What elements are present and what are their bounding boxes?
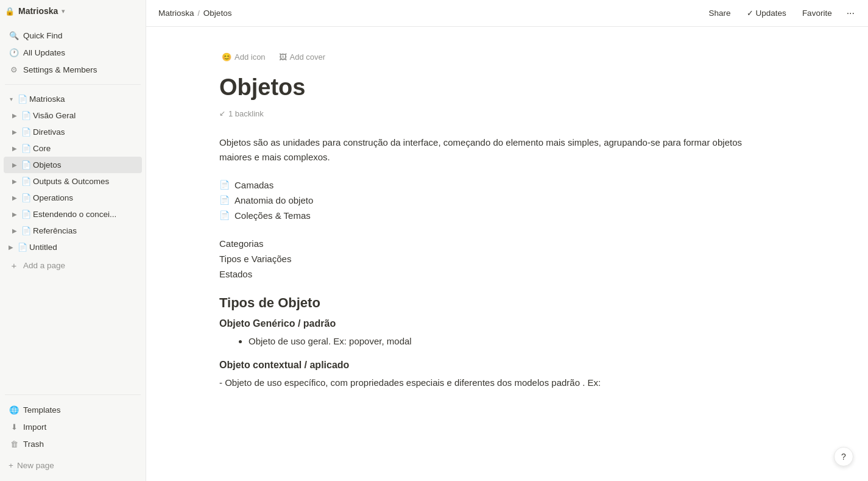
tree-item-outputs[interactable]: ▶ 📄 Outputs & Outcomes <box>4 173 142 190</box>
sidebar-import-label: Import <box>23 422 46 432</box>
plain-link-tipos[interactable]: Tipos e Variações <box>219 252 767 265</box>
subsection-generico: Objeto Genérico / padrão Objeto de uso g… <box>219 318 767 349</box>
tree-label-outputs: Outputs & Outcomes <box>33 177 109 186</box>
tree-item-untitled[interactable]: ▶ 📄 Untitled <box>4 239 142 255</box>
add-page-label: Add a page <box>23 261 65 270</box>
workspace-header[interactable]: 🔒 Matrioska ▾ <box>0 0 146 22</box>
templates-icon: 🌐 <box>9 404 19 415</box>
page-icon: 📄 <box>21 127 32 138</box>
sidebar: 🔒 Matrioska ▾ 🔍 Quick Find 🕐 All Updates… <box>0 0 146 481</box>
page-icon: 📄 <box>219 195 230 205</box>
main-area: Matrioska / Objetos Share ✓ Updates Favo… <box>146 0 868 481</box>
linked-pages-block: 📄 Camadas 📄 Anatomia do objeto 📄 Coleçõe… <box>219 178 767 223</box>
search-icon: 🔍 <box>9 30 19 41</box>
intro-paragraph: Objetos são as unidades para construção … <box>219 135 767 165</box>
sidebar-item-trash[interactable]: 🗑 Trash <box>4 435 142 452</box>
help-button[interactable]: ? <box>834 447 853 466</box>
chevron-right-icon: ▶ <box>10 210 19 219</box>
link-item-anatomia[interactable]: 📄 Anatomia do objeto <box>219 193 767 207</box>
tree-label-diretivas: Diretivas <box>33 127 65 137</box>
topbar-actions: Share ✓ Updates Favorite ··· <box>704 5 858 21</box>
page-icon: 📄 <box>21 110 32 121</box>
link-item-camadas[interactable]: 📄 Camadas <box>219 178 767 192</box>
page-icon: 📄 <box>219 180 230 190</box>
sidebar-divider-2 <box>5 394 141 395</box>
sidebar-quick-find-label: Quick Find <box>23 31 63 40</box>
sidebar-item-quick-find[interactable]: 🔍 Quick Find <box>4 27 142 44</box>
tree-item-referencias[interactable]: ▶ 📄 Referências <box>4 223 142 239</box>
sidebar-item-import[interactable]: ⬇ Import <box>4 418 142 435</box>
page-icon: 📄 <box>17 242 28 253</box>
chevron-right-icon: ▶ <box>10 111 19 121</box>
plus-icon: + <box>9 461 13 470</box>
link-label-anatomia: Anatomia do objeto <box>235 195 313 205</box>
page-body: Objetos são as unidades para construção … <box>219 135 767 390</box>
backlink-label: 1 backlink <box>228 109 264 118</box>
add-icon-button[interactable]: 😊 Add icon <box>219 51 268 63</box>
tree-item-estendendo[interactable]: ▶ 📄 Estendendo o concei... <box>4 206 142 223</box>
page-icon: 📄 <box>21 226 32 237</box>
chevron-right-icon: ▶ <box>10 160 19 170</box>
add-page-button[interactable]: + Add a page <box>4 257 142 274</box>
sidebar-footer: + New page <box>0 455 146 481</box>
chevron-down-icon: ▾ <box>6 94 16 104</box>
page-title: Objetos <box>219 74 795 102</box>
sub-heading-generico: Objeto Genérico / padrão <box>219 318 767 329</box>
dash-item-contextual: - Objeto de uso específico, com propried… <box>219 376 767 390</box>
tree-item-visao-geral[interactable]: ▶ 📄 Visão Geral <box>4 107 142 124</box>
tree-label-core: Core <box>33 144 51 153</box>
page-icon: 📄 <box>21 176 32 187</box>
tree-label-visao-geral: Visão Geral <box>33 111 76 120</box>
chevron-right-icon: ▶ <box>10 193 19 203</box>
breadcrumb-matrioska[interactable]: Matrioska <box>158 9 194 18</box>
share-button[interactable]: Share <box>704 6 736 20</box>
page-content: 😊 Add icon 🖼 Add cover Objetos ↙ 1 backl… <box>146 27 868 481</box>
subsection-contextual: Objeto contextual / aplicado - Objeto de… <box>219 360 767 390</box>
tree-item-matrioska-root[interactable]: ▾ 📄 Matrioska <box>4 91 142 107</box>
sidebar-top-nav: 🔍 Quick Find 🕐 All Updates ⚙ Settings & … <box>0 22 146 80</box>
tree-label-estendendo: Estendendo o concei... <box>33 210 116 219</box>
chevron-right-icon: ▶ <box>10 144 19 154</box>
meta-actions: 😊 Add icon 🖼 Add cover <box>219 51 795 63</box>
add-cover-button[interactable]: 🖼 Add cover <box>277 51 328 63</box>
tree-item-objetos[interactable]: ▶ 📄 Objetos <box>4 157 142 173</box>
sidebar-all-updates-label: All Updates <box>23 48 65 57</box>
bullet-item-generico: Objeto de uso geral. Ex: popover, modal <box>249 334 767 349</box>
plain-link-categorias[interactable]: Categorias <box>219 237 767 250</box>
page-icon: 📄 <box>21 209 32 220</box>
tree-item-diretivas[interactable]: ▶ 📄 Diretivas <box>4 124 142 140</box>
section-heading-tipos: Tipos de Objeto <box>219 295 767 311</box>
clock-icon: 🕐 <box>9 47 19 58</box>
sidebar-item-settings[interactable]: ⚙ Settings & Members <box>4 61 142 78</box>
page-icon: 📄 <box>21 193 32 204</box>
sidebar-bottom-nav: 🌐 Templates ⬇ Import 🗑 Trash <box>0 399 146 455</box>
tree-item-operations[interactable]: ▶ 📄 Operations <box>4 190 142 206</box>
sidebar-item-all-updates[interactable]: 🕐 All Updates <box>4 44 142 61</box>
backlink-row[interactable]: ↙ 1 backlink <box>219 109 795 118</box>
tree-item-core[interactable]: ▶ 📄 Core <box>4 140 142 157</box>
sidebar-trash-label: Trash <box>23 440 44 449</box>
page-icon: 📄 <box>21 160 32 171</box>
add-icon-label: Add icon <box>235 52 266 62</box>
new-page-button[interactable]: + New page <box>4 457 142 474</box>
checkmark-icon: ✓ <box>747 9 753 18</box>
chevron-right-icon: ▶ <box>10 177 19 187</box>
workspace-name: Matrioska <box>18 6 58 16</box>
more-button[interactable]: ··· <box>843 5 858 21</box>
plus-icon: + <box>9 260 19 271</box>
updates-button-label: Updates <box>756 9 786 18</box>
sidebar-item-templates[interactable]: 🌐 Templates <box>4 401 142 418</box>
sub-heading-contextual: Objeto contextual / aplicado <box>219 360 767 371</box>
sidebar-settings-label: Settings & Members <box>23 65 97 74</box>
updates-button[interactable]: ✓ Updates <box>742 6 791 20</box>
page-icon: 📄 <box>17 94 28 105</box>
trash-icon: 🗑 <box>9 438 19 449</box>
workspace-chevron-icon: ▾ <box>62 7 65 15</box>
tree-label-referencias: Referências <box>33 226 77 235</box>
tree-label-objetos: Objetos <box>33 160 62 169</box>
plain-link-estados[interactable]: Estados <box>219 268 767 280</box>
tree-label-matrioska: Matrioska <box>29 94 65 104</box>
breadcrumb: Matrioska / Objetos <box>158 9 231 18</box>
link-item-colecoes[interactable]: 📄 Coleções & Temas <box>219 208 767 223</box>
favorite-button[interactable]: Favorite <box>797 6 837 20</box>
